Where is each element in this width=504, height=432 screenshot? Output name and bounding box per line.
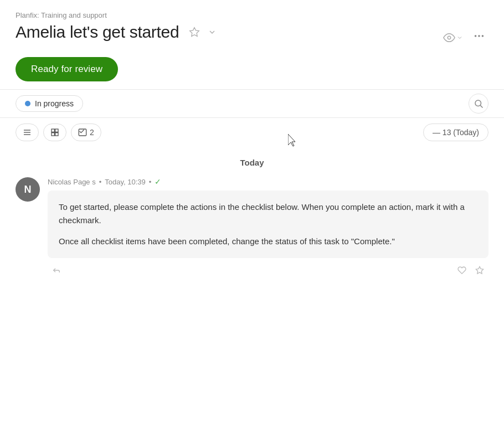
- more-dots-icon: [473, 30, 485, 42]
- svg-rect-13: [55, 133, 58, 136]
- svg-rect-10: [52, 129, 54, 132]
- list-view-button[interactable]: [16, 124, 39, 141]
- svg-line-6: [480, 105, 482, 107]
- star-button[interactable]: [187, 24, 202, 40]
- avatar-letter: N: [24, 184, 32, 196]
- watch-button[interactable]: [441, 29, 465, 46]
- message-separator: •: [99, 178, 102, 186]
- svg-point-2: [475, 35, 476, 37]
- status-label: In progress: [35, 99, 74, 108]
- reply-button[interactable]: [50, 264, 63, 277]
- bottom-fade: [0, 399, 504, 432]
- svg-point-1: [448, 36, 451, 39]
- table-icon: [50, 128, 59, 137]
- ready-for-review-button[interactable]: Ready for review: [16, 57, 118, 81]
- message-meta: Nicolas Page s • Today, 10:39 • ✓: [48, 177, 488, 186]
- dropdown-button[interactable]: [205, 25, 219, 39]
- svg-rect-12: [52, 133, 54, 136]
- status-section: Ready for review: [0, 47, 504, 89]
- message-check-icon: ✓: [155, 177, 161, 186]
- list-icon: [23, 128, 32, 137]
- eye-icon: [443, 32, 455, 44]
- svg-rect-14: [79, 129, 86, 136]
- message-body-line2: Once all checklist items have been compl…: [59, 235, 477, 248]
- status-bar: In progress: [0, 89, 504, 118]
- page-title: Amelia let's get started: [16, 23, 179, 42]
- svg-marker-15: [476, 266, 483, 274]
- today-section: Today N Nicolas Page s • Today, 10:39 • …: [0, 147, 504, 277]
- reply-icon: [52, 266, 61, 275]
- title-actions: [187, 24, 219, 40]
- avatar: N: [16, 177, 40, 202]
- more-options-button[interactable]: [470, 28, 488, 47]
- message-author: Nicolas Page s: [48, 178, 96, 186]
- header: Planfix: Training and support Amelia let…: [0, 0, 504, 47]
- star-message-button[interactable]: [473, 264, 486, 277]
- checklist-icon: [78, 128, 87, 137]
- star-icon: [189, 27, 200, 38]
- status-dot: [25, 101, 30, 106]
- search-icon: [474, 99, 484, 109]
- today-label: Today: [16, 158, 488, 167]
- status-pill[interactable]: In progress: [16, 95, 83, 112]
- star-message-icon: [475, 266, 484, 275]
- toolbar: 2 — 13 (Today): [0, 118, 504, 147]
- svg-marker-0: [190, 28, 199, 37]
- watch-dropdown-icon: [456, 34, 463, 41]
- checklist-button[interactable]: 2: [71, 124, 101, 141]
- breadcrumb: Planfix: Training and support: [16, 11, 488, 19]
- table-view-button[interactable]: [43, 124, 66, 141]
- message-row: N Nicolas Page s • Today, 10:39 • ✓ To g…: [16, 177, 488, 277]
- message-body-line1: To get started, please complete the acti…: [59, 200, 477, 227]
- heart-icon: [457, 266, 466, 275]
- chevron-down-icon: [208, 28, 217, 37]
- svg-point-5: [475, 100, 481, 106]
- page-container: Planfix: Training and support Amelia let…: [0, 0, 504, 432]
- message-bubble: To get started, please complete the acti…: [48, 191, 488, 258]
- message-time: Today, 10:39: [105, 178, 145, 186]
- like-button[interactable]: [455, 264, 469, 277]
- checklist-count: 2: [90, 128, 94, 137]
- svg-rect-11: [55, 129, 58, 132]
- date-badge-button[interactable]: — 13 (Today): [423, 124, 488, 141]
- svg-point-3: [479, 35, 480, 37]
- message-content: Nicolas Page s • Today, 10:39 • ✓ To get…: [48, 177, 488, 277]
- message-actions: [48, 264, 488, 277]
- msg-right-actions: [455, 264, 486, 277]
- search-button[interactable]: [469, 94, 488, 114]
- svg-point-4: [482, 35, 484, 37]
- header-right-actions: [441, 28, 488, 47]
- title-row: Amelia let's get started: [16, 23, 488, 42]
- message-separator2: •: [149, 178, 152, 186]
